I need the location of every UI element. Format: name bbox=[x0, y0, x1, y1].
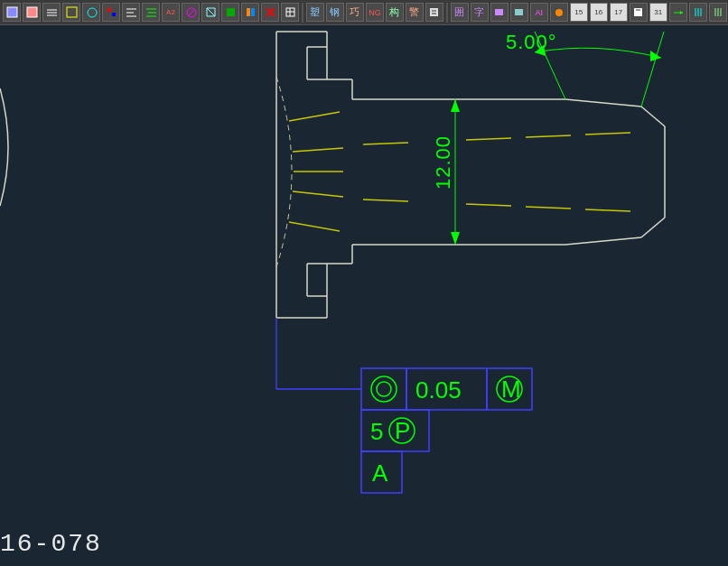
svg-line-73 bbox=[585, 209, 630, 211]
svg-point-6 bbox=[88, 8, 97, 17]
svg-line-68 bbox=[526, 135, 571, 137]
tb-btn-cal[interactable] bbox=[425, 3, 443, 22]
tb-btn-g1-12[interactable] bbox=[221, 3, 239, 22]
tb-btn-g3-12[interactable] bbox=[669, 3, 687, 22]
svg-rect-5 bbox=[67, 7, 77, 17]
svg-rect-83 bbox=[361, 368, 406, 410]
svg-point-30 bbox=[555, 9, 563, 16]
drawing-svg: 5.00° 12.00 0.05 M 5 bbox=[0, 25, 728, 566]
svg-line-66 bbox=[363, 143, 408, 144]
tb-btn-g1-11[interactable] bbox=[201, 3, 219, 22]
dim-angle: 5.00° bbox=[506, 31, 664, 107]
tb-btn-jing[interactable]: 警 bbox=[406, 3, 424, 22]
svg-line-71 bbox=[466, 204, 511, 206]
tb-btn-g1-2[interactable] bbox=[23, 3, 41, 22]
dim-diameter-text: 12.00 bbox=[432, 135, 454, 190]
tb-btn-g1-7[interactable] bbox=[122, 3, 140, 22]
svg-line-69 bbox=[585, 133, 630, 135]
gdt-row2-value: 5 bbox=[370, 418, 383, 445]
svg-point-86 bbox=[371, 376, 397, 402]
tb-btn-su[interactable]: 塑 bbox=[306, 3, 324, 22]
svg-line-16 bbox=[189, 10, 194, 15]
tb-btn-17[interactable]: 17 bbox=[610, 3, 628, 22]
svg-line-62 bbox=[293, 148, 343, 152]
tb-btn-g1-15[interactable] bbox=[281, 3, 299, 22]
tb-btn-ng[interactable]: NG bbox=[366, 3, 384, 22]
drawing-canvas[interactable]: 5.00° 12.00 0.05 M 5 bbox=[0, 25, 728, 566]
tb-btn-g3-3[interactable] bbox=[490, 3, 509, 22]
tb-btn-g1-14[interactable] bbox=[261, 3, 279, 22]
svg-rect-7 bbox=[107, 8, 111, 12]
svg-rect-8 bbox=[112, 13, 116, 16]
tb-btn-g1-4[interactable] bbox=[62, 3, 80, 22]
tb-btn-g3-13[interactable] bbox=[689, 3, 707, 22]
svg-line-64 bbox=[293, 191, 343, 197]
tb-btn-g3-4[interactable] bbox=[510, 3, 528, 22]
tb-btn-g1-5[interactable] bbox=[82, 3, 100, 22]
svg-marker-79 bbox=[451, 99, 460, 112]
svg-line-57 bbox=[565, 237, 641, 245]
svg-rect-0 bbox=[7, 7, 17, 17]
svg-line-59 bbox=[641, 218, 665, 237]
entity-boss-top bbox=[307, 47, 352, 79]
svg-rect-19 bbox=[251, 8, 255, 16]
dim-diameter: 12.00 bbox=[432, 99, 460, 245]
tb-btn-g3-6[interactable] bbox=[550, 3, 568, 22]
tb-btn-ai[interactable]: AI bbox=[530, 3, 548, 22]
tb-btn-g1-1[interactable] bbox=[3, 3, 21, 22]
entity-shaft bbox=[352, 79, 665, 264]
svg-marker-34 bbox=[680, 11, 683, 14]
svg-line-72 bbox=[526, 207, 571, 209]
svg-line-70 bbox=[363, 199, 408, 201]
toolbar-separator-2 bbox=[446, 3, 448, 23]
svg-rect-31 bbox=[634, 8, 642, 16]
svg-rect-18 bbox=[247, 8, 250, 16]
svg-rect-29 bbox=[515, 9, 523, 15]
svg-rect-25 bbox=[430, 8, 438, 16]
entity-hidden-arc bbox=[276, 77, 292, 267]
gdt-datum-text: A bbox=[372, 459, 388, 487]
tb-btn-15[interactable]: 15 bbox=[570, 3, 588, 22]
centerlines bbox=[289, 112, 630, 231]
tb-btn-gou[interactable]: 构 bbox=[386, 3, 404, 22]
tb-btn-31[interactable]: 31 bbox=[649, 3, 667, 22]
tb-btn-16[interactable]: 16 bbox=[590, 3, 608, 22]
main-toolbar: A2 塑 钢 巧 NG 构 警 囲 字 AI 15 16 17 31 bbox=[0, 0, 728, 25]
tb-btn-g1-6[interactable] bbox=[102, 3, 120, 22]
dim-angle-text: 5.00° bbox=[506, 31, 557, 53]
svg-rect-28 bbox=[495, 9, 503, 15]
svg-line-58 bbox=[641, 107, 665, 126]
tb-btn-g1-3[interactable] bbox=[42, 3, 61, 22]
gdt-tolerance-text: 0.05 bbox=[415, 376, 462, 404]
svg-line-61 bbox=[289, 112, 340, 121]
tb-btn-box[interactable]: 囲 bbox=[451, 3, 469, 22]
svg-line-67 bbox=[466, 138, 511, 140]
gdt-row2-modifier: P bbox=[395, 417, 410, 444]
svg-rect-17 bbox=[227, 8, 235, 16]
gdt-modifier-text: M bbox=[501, 376, 521, 403]
tb-btn-g3-10[interactable] bbox=[630, 3, 648, 22]
tb-btn-qiao[interactable]: 巧 bbox=[346, 3, 364, 22]
tb-btn-g1-10[interactable] bbox=[182, 3, 200, 22]
drawing-number: 16-078 bbox=[0, 530, 102, 558]
entity-boss-bottom bbox=[307, 264, 352, 296]
svg-marker-80 bbox=[451, 232, 460, 245]
tb-btn-g1-8[interactable] bbox=[142, 3, 160, 22]
tb-btn-g3-14[interactable] bbox=[709, 3, 727, 22]
tb-btn-zi[interactable]: 字 bbox=[471, 3, 489, 22]
tb-btn-gang[interactable]: 钢 bbox=[326, 3, 344, 22]
toolbar-separator-1 bbox=[302, 3, 303, 23]
svg-point-87 bbox=[377, 382, 391, 396]
svg-line-65 bbox=[289, 222, 340, 231]
gdt-leader bbox=[276, 318, 361, 389]
entity-flange bbox=[276, 32, 327, 318]
svg-line-56 bbox=[565, 99, 641, 107]
tb-btn-g1-13[interactable] bbox=[241, 3, 259, 22]
tb-btn-g1-9[interactable]: A2 bbox=[162, 3, 180, 22]
gdt-frame: 0.05 M 5 P A bbox=[361, 368, 532, 493]
svg-line-75 bbox=[641, 32, 664, 107]
entity-left-arc bbox=[0, 88, 8, 206]
svg-rect-1 bbox=[27, 7, 37, 17]
